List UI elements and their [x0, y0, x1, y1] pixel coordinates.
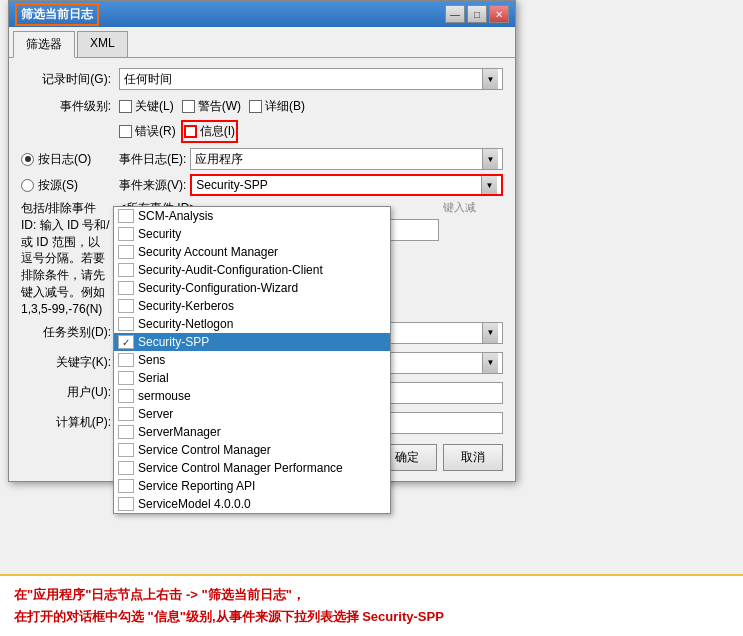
- dropdown-item[interactable]: Service Reporting API: [114, 477, 390, 495]
- info-box[interactable]: [184, 125, 197, 138]
- tab-strip: 筛选器 XML: [9, 27, 515, 58]
- dropdown-item[interactable]: Server: [114, 405, 390, 423]
- info-label: 信息(I): [200, 123, 235, 140]
- item-label: Serial: [138, 371, 169, 385]
- dropdown-item[interactable]: Security-SPP: [114, 333, 390, 351]
- source-value: Security-SPP: [196, 178, 481, 192]
- checkbox-verbose[interactable]: 详细(B): [249, 98, 305, 115]
- time-label: 记录时间(G):: [21, 71, 111, 88]
- radio-log-circle[interactable]: [21, 153, 34, 166]
- radio-log-label: 按日志(O): [38, 151, 91, 168]
- source-row: 按源(S) 事件来源(V): Security-SPP ▼: [21, 174, 503, 196]
- item-checkbox[interactable]: [118, 263, 134, 277]
- item-checkbox[interactable]: [118, 389, 134, 403]
- item-checkbox[interactable]: [118, 281, 134, 295]
- dropdown-item[interactable]: Security-Kerberos: [114, 297, 390, 315]
- warning-box[interactable]: [182, 100, 195, 113]
- time-value: 任何时间: [124, 71, 482, 88]
- radio-source-label: 按源(S): [38, 177, 78, 194]
- checkbox-critical[interactable]: 关键(L): [119, 98, 174, 115]
- cancel-button[interactable]: 取消: [443, 444, 503, 471]
- item-label: Security-Kerberos: [138, 299, 234, 313]
- title-bar: 筛选当前日志 — □ ✕: [9, 1, 515, 27]
- critical-box[interactable]: [119, 100, 132, 113]
- item-checkbox[interactable]: [118, 245, 134, 259]
- item-checkbox[interactable]: [118, 407, 134, 421]
- item-label: ServiceModel 4.0.0.0: [138, 497, 251, 511]
- item-checkbox[interactable]: [118, 227, 134, 241]
- item-label: Service Control Manager Performance: [138, 461, 343, 475]
- tab-xml[interactable]: XML: [77, 31, 128, 57]
- dropdown-item[interactable]: Sens: [114, 351, 390, 369]
- item-checkbox[interactable]: [118, 335, 134, 349]
- source-combo[interactable]: Security-SPP ▼: [190, 174, 503, 196]
- keyword-label: 关键字(K):: [21, 354, 111, 371]
- tab-filter[interactable]: 筛选器: [13, 31, 75, 58]
- item-checkbox[interactable]: [118, 353, 134, 367]
- source-combo-arrow[interactable]: ▼: [481, 176, 497, 194]
- item-checkbox[interactable]: [118, 461, 134, 475]
- item-checkbox[interactable]: [118, 209, 134, 223]
- dropdown-item[interactable]: Security: [114, 225, 390, 243]
- item-checkbox[interactable]: [118, 443, 134, 457]
- keyword-combo-arrow[interactable]: ▼: [482, 353, 498, 373]
- log-radio-row: 按日志(O) 事件日志(E): 应用程序 ▼: [21, 148, 503, 170]
- checkbox-warning[interactable]: 警告(W): [182, 98, 241, 115]
- item-checkbox[interactable]: [118, 479, 134, 493]
- item-checkbox[interactable]: [118, 497, 134, 511]
- computer-label: 计算机(P):: [21, 414, 111, 431]
- close-button[interactable]: ✕: [489, 5, 509, 23]
- user-label: 用户(U):: [21, 384, 111, 401]
- verbose-label: 详细(B): [265, 98, 305, 115]
- item-label: Security-Configuration-Wizard: [138, 281, 298, 295]
- instruction-area: 在"应用程序"日志节点上右击 -> "筛选当前日志"， 在打开的对话框中勾选 "…: [0, 574, 743, 636]
- dropdown-item[interactable]: Service Control Manager Performance: [114, 459, 390, 477]
- level-label: 事件级别:: [21, 98, 111, 115]
- task-combo-arrow[interactable]: ▼: [482, 323, 498, 343]
- dropdown-item[interactable]: SCM-Analysis: [114, 207, 390, 225]
- event-log-label: 事件日志(E):: [119, 151, 186, 168]
- level-row: 事件级别: 关键(L) 警告(W) 详细(B): [21, 98, 503, 115]
- maximize-button[interactable]: □: [467, 5, 487, 23]
- checkbox-info[interactable]: 信息(I): [184, 123, 235, 140]
- radio-by-source[interactable]: 按源(S): [21, 177, 111, 194]
- checkbox-error[interactable]: 错误(R): [119, 123, 176, 140]
- item-checkbox[interactable]: [118, 317, 134, 331]
- plus-minus-hint: 键入减: [443, 200, 503, 318]
- item-checkbox[interactable]: [118, 425, 134, 439]
- dropdown-item[interactable]: Security-Netlogon: [114, 315, 390, 333]
- item-label: Sens: [138, 353, 165, 367]
- window-controls: — □ ✕: [445, 5, 509, 23]
- item-label: ServerManager: [138, 425, 221, 439]
- time-combo[interactable]: 任何时间 ▼: [119, 68, 503, 90]
- source-label: 事件来源(V):: [119, 177, 186, 194]
- event-log-combo[interactable]: 应用程序 ▼: [190, 148, 503, 170]
- item-checkbox[interactable]: [118, 371, 134, 385]
- item-label: sermouse: [138, 389, 191, 403]
- dropdown-item[interactable]: ServerManager: [114, 423, 390, 441]
- item-checkbox[interactable]: [118, 299, 134, 313]
- instruction-line1: 在"应用程序"日志节点上右击 -> "筛选当前日志"，: [14, 584, 729, 606]
- critical-label: 关键(L): [135, 98, 174, 115]
- time-combo-arrow[interactable]: ▼: [482, 69, 498, 89]
- radio-by-log[interactable]: 按日志(O): [21, 151, 111, 168]
- item-label: Security Account Manager: [138, 245, 278, 259]
- minimize-button[interactable]: —: [445, 5, 465, 23]
- verbose-box[interactable]: [249, 100, 262, 113]
- dropdown-item[interactable]: Security-Configuration-Wizard: [114, 279, 390, 297]
- item-label: Security-Audit-Configuration-Client: [138, 263, 323, 277]
- item-label: SCM-Analysis: [138, 209, 213, 223]
- dropdown-item[interactable]: Security Account Manager: [114, 243, 390, 261]
- dropdown-item[interactable]: ServiceModel 4.0.0.0: [114, 495, 390, 513]
- dropdown-item[interactable]: Service Control Manager: [114, 441, 390, 459]
- event-log-combo-arrow[interactable]: ▼: [482, 149, 498, 169]
- dropdown-item[interactable]: sermouse: [114, 387, 390, 405]
- error-label: 错误(R): [135, 123, 176, 140]
- level-checkboxes: 关键(L) 警告(W) 详细(B): [119, 98, 503, 115]
- error-box[interactable]: [119, 125, 132, 138]
- dropdown-item[interactable]: Serial: [114, 369, 390, 387]
- source-dropdown-list[interactable]: SCM-AnalysisSecuritySecurity Account Man…: [113, 206, 391, 514]
- radio-source-circle[interactable]: [21, 179, 34, 192]
- filter-dialog: 筛选当前日志 — □ ✕ 筛选器 XML 记录时间(G): 任何时间 ▼ 事件级…: [8, 0, 516, 482]
- dropdown-item[interactable]: Security-Audit-Configuration-Client: [114, 261, 390, 279]
